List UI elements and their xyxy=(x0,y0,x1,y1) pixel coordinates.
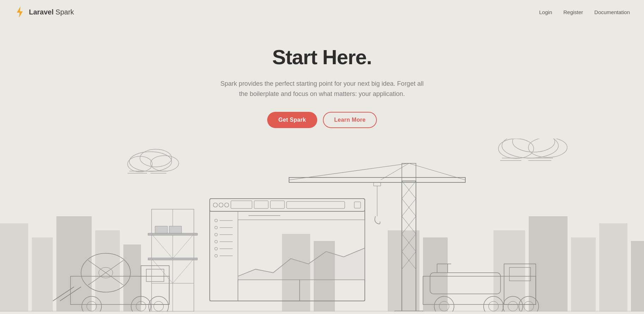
svg-rect-30 xyxy=(423,237,448,312)
logo-bolt-icon xyxy=(14,6,25,18)
svg-point-63 xyxy=(219,203,223,207)
svg-point-73 xyxy=(215,226,217,229)
svg-rect-65 xyxy=(231,201,252,209)
svg-rect-66 xyxy=(254,201,268,209)
svg-point-75 xyxy=(215,233,217,236)
svg-line-58 xyxy=(152,259,173,283)
hero-description: Spark provides the perfect starting poin… xyxy=(220,79,424,99)
svg-line-56 xyxy=(152,234,173,259)
get-spark-button[interactable]: Get Spark xyxy=(267,112,317,128)
svg-rect-107 xyxy=(395,311,423,312)
svg-rect-24 xyxy=(571,237,596,312)
svg-rect-100 xyxy=(289,177,465,182)
svg-rect-54 xyxy=(155,226,167,233)
svg-line-57 xyxy=(173,234,194,259)
svg-point-62 xyxy=(213,203,217,207)
nav-login[interactable]: Login xyxy=(539,9,552,15)
svg-rect-61 xyxy=(210,199,365,211)
logo-text: Laravel Spark xyxy=(29,8,74,16)
svg-rect-105 xyxy=(374,182,381,186)
svg-line-59 xyxy=(173,259,194,283)
svg-point-64 xyxy=(225,203,229,207)
main-illustration xyxy=(0,153,644,312)
svg-rect-68 xyxy=(287,201,345,209)
svg-rect-53 xyxy=(148,258,197,260)
hero-heading: Start Here. xyxy=(7,45,637,69)
svg-rect-25 xyxy=(599,223,627,312)
svg-rect-67 xyxy=(270,201,284,209)
svg-point-81 xyxy=(215,254,217,257)
logo-link[interactable]: Laravel Spark xyxy=(14,6,74,18)
svg-rect-17 xyxy=(0,223,28,312)
svg-rect-34 xyxy=(146,269,164,282)
navbar: Laravel Spark Login Register Documentati… xyxy=(0,0,644,24)
svg-point-44 xyxy=(154,301,164,311)
svg-rect-29 xyxy=(388,230,419,312)
svg-rect-69 xyxy=(354,202,361,208)
svg-rect-55 xyxy=(169,226,182,233)
svg-point-79 xyxy=(215,247,217,250)
hero-section: Start Here. Spark provides the perfect s… xyxy=(0,24,644,139)
svg-point-71 xyxy=(215,219,217,222)
svg-rect-26 xyxy=(631,241,644,312)
svg-rect-70 xyxy=(210,211,238,301)
svg-rect-52 xyxy=(148,233,197,235)
learn-more-button[interactable]: Learn More xyxy=(323,112,377,128)
nav-links: Login Register Documentation xyxy=(539,9,630,15)
svg-rect-19 xyxy=(56,216,92,312)
svg-rect-101 xyxy=(402,163,416,181)
nav-register[interactable]: Register xyxy=(563,9,583,15)
svg-marker-0 xyxy=(17,7,23,17)
svg-rect-18 xyxy=(32,237,53,312)
nav-documentation[interactable]: Documentation xyxy=(594,9,630,15)
svg-point-77 xyxy=(215,240,217,243)
hero-buttons: Get Spark Learn More xyxy=(7,112,637,128)
illustration-area xyxy=(0,139,644,312)
